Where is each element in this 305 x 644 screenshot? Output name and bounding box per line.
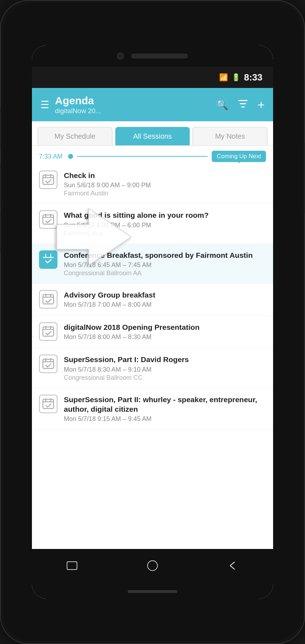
- session-info: digitalNow 2018 Opening Presentation Mon…: [64, 322, 266, 342]
- timeline-dot: [68, 154, 73, 159]
- phone-screen: 📶 🔋 8:33 ☰ Agenda digitalNow 20... 🔍: [32, 45, 273, 599]
- session-item[interactable]: What good is sitting alone in your room?…: [32, 204, 273, 244]
- add-icon[interactable]: +: [257, 98, 265, 112]
- session-info: Conference Breakfast, sponsored by Fairm…: [64, 250, 266, 277]
- svg-rect-16: [43, 295, 54, 304]
- session-time: Mon 5/7/18 8:00 AM – 8:30 AM: [64, 333, 266, 341]
- timeline-header: 7:33 AM Coming Up Next: [32, 146, 273, 164]
- timeline-time: 7:33 AM: [39, 153, 64, 160]
- session-item[interactable]: SuperSession, Part II: whurley - speaker…: [32, 388, 273, 431]
- app-subtitle: digitalNow 20...: [55, 107, 101, 115]
- svg-rect-28: [43, 399, 54, 409]
- session-info: Advisory Group breakfast Mon 5/7/18 7:00…: [64, 290, 266, 309]
- session-time: Mon 5/7/18 9:15 AM – 9:45 AM: [64, 415, 266, 423]
- bottom-nav: [32, 549, 273, 584]
- camera: [117, 52, 124, 60]
- calendar-unchecked-icon: [39, 171, 57, 189]
- calendar-unchecked-icon: [39, 290, 57, 309]
- calendar-unchecked-icon: [39, 395, 57, 413]
- coming-up-badge: Coming Up Next: [212, 151, 266, 162]
- tab-all-sessions[interactable]: All Sessions: [115, 127, 190, 145]
- svg-rect-32: [67, 562, 77, 570]
- speaker: [131, 54, 188, 59]
- session-title: Conference Breakfast, sponsored by Fairm…: [64, 250, 266, 260]
- session-time: Mon 5/7/18 8:30 AM – 9:10 AM: [64, 366, 266, 373]
- session-title: Advisory Group breakfast: [64, 290, 266, 300]
- app-title: Agenda: [55, 94, 101, 107]
- timeline-line: [77, 156, 207, 157]
- home-button[interactable]: [147, 560, 158, 574]
- search-icon[interactable]: 🔍: [216, 99, 228, 111]
- content-area: 7:33 AM Coming Up Next Check: [32, 146, 273, 549]
- session-item[interactable]: SuperSession, Part I: David Rogers Mon 5…: [32, 348, 273, 388]
- session-item[interactable]: digitalNow 2018 Opening Presentation Mon…: [32, 316, 273, 348]
- calendar-unchecked-icon: [39, 210, 57, 229]
- session-info: SuperSession, Part II: whurley - speaker…: [64, 395, 266, 424]
- calendar-unchecked-icon: [39, 355, 57, 373]
- back-button[interactable]: [227, 561, 239, 573]
- session-time: Mon 5/7/18 6:45 AM – 7:45 AM: [64, 261, 266, 269]
- session-time: Sun 5/6/18 4:00 PM – 6:00 PM: [64, 222, 266, 229]
- recent-apps-button[interactable]: [66, 561, 78, 573]
- session-title: Check in: [64, 171, 266, 180]
- session-info: SuperSession, Part I: David Rogers Mon 5…: [64, 355, 266, 381]
- svg-rect-0: [238, 100, 248, 101]
- tabs-container: My Schedule All Sessions My Notes: [32, 121, 273, 146]
- tab-my-notes[interactable]: My Notes: [193, 127, 267, 145]
- session-location: Fairmont, Aus...: [64, 230, 266, 237]
- session-title: SuperSession, Part I: David Rogers: [64, 355, 266, 364]
- svg-rect-2: [241, 106, 245, 107]
- menu-icon[interactable]: ☰: [40, 99, 49, 111]
- battery-icon: 🔋: [232, 73, 240, 82]
- status-time: 8:33: [244, 72, 262, 83]
- svg-rect-7: [43, 215, 54, 224]
- svg-rect-3: [43, 175, 54, 184]
- calendar-checked-icon: [39, 250, 57, 269]
- svg-rect-24: [43, 359, 54, 368]
- calendar-unchecked-icon: [39, 322, 57, 341]
- session-item[interactable]: Advisory Group breakfast Mon 5/7/18 7:00…: [32, 284, 273, 316]
- home-bar: [32, 584, 273, 599]
- session-location: Fairmont Austin: [64, 190, 266, 197]
- session-item[interactable]: Check in Sun 5/6/18 9:00 AM – 9:00 PM Fa…: [32, 164, 273, 204]
- home-indicator: [128, 590, 177, 593]
- phone-device: 📶 🔋 8:33 ☰ Agenda digitalNow 20... 🔍: [0, 0, 305, 644]
- session-title: SuperSession, Part II: whurley - speaker…: [64, 395, 266, 414]
- filter-icon[interactable]: [238, 99, 248, 110]
- svg-rect-20: [43, 327, 54, 336]
- tab-my-schedule[interactable]: My Schedule: [38, 127, 112, 145]
- session-time: Sun 5/6/18 9:00 AM – 9:00 PM: [64, 182, 266, 189]
- svg-rect-33: [148, 561, 157, 571]
- session-location: Congressional Ballroom AA: [64, 270, 266, 277]
- session-info: What good is sitting alone in your room?…: [64, 210, 266, 237]
- session-time: Mon 5/7/18 7:00 AM – 8:00 AM: [64, 301, 266, 309]
- session-title: What good is sitting alone in your room?: [64, 210, 266, 220]
- session-info: Check in Sun 5/6/18 9:00 AM – 9:00 PM Fa…: [64, 171, 266, 197]
- wifi-icon: 📶: [219, 73, 228, 82]
- app-header: ☰ Agenda digitalNow 20... 🔍 +: [32, 88, 273, 121]
- svg-rect-1: [240, 103, 246, 104]
- status-bar: 📶 🔋 8:33: [32, 67, 273, 88]
- session-item[interactable]: Conference Breakfast, sponsored by Fairm…: [32, 244, 273, 284]
- phone-top-bar: [32, 45, 273, 67]
- session-location: Congressional Ballroom CC: [64, 374, 266, 382]
- session-title: digitalNow 2018 Opening Presentation: [64, 322, 266, 332]
